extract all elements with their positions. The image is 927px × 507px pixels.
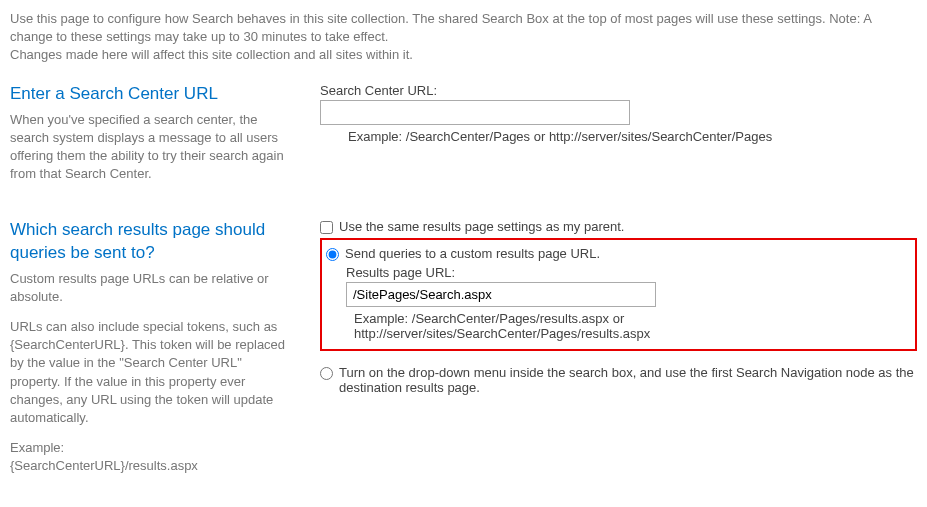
use-parent-row: Use the same results page settings as my… [320, 219, 917, 234]
custom-results-radio[interactable] [326, 248, 339, 261]
section1-right: Search Center URL: Example: /SearchCente… [320, 83, 917, 196]
search-center-url-example: Example: /SearchCenter/Pages or http://s… [348, 129, 917, 144]
dropdown-radio-label: Turn on the drop-down menu inside the se… [339, 365, 917, 395]
dropdown-radio[interactable] [320, 367, 333, 380]
use-parent-checkbox[interactable] [320, 221, 333, 234]
search-center-url-input[interactable] [320, 100, 630, 125]
section1-desc: When you've specified a search center, t… [10, 111, 290, 184]
section2-desc2: URLs can also include special tokens, su… [10, 318, 290, 427]
custom-results-radio-row: Send queries to a custom results page UR… [326, 246, 907, 261]
results-url-label: Results page URL: [346, 265, 907, 280]
intro-line-1: Use this page to configure how Search be… [10, 10, 917, 46]
custom-results-radio-label: Send queries to a custom results page UR… [345, 246, 600, 261]
intro-text: Use this page to configure how Search be… [10, 10, 917, 65]
dropdown-radio-row: Turn on the drop-down menu inside the se… [320, 365, 917, 395]
results-url-input[interactable] [346, 282, 656, 307]
section-search-center: Enter a Search Center URL When you've sp… [10, 83, 917, 196]
section2-right: Use the same results page settings as my… [320, 219, 917, 487]
section2-desc3b: {SearchCenterURL}/results.aspx [10, 458, 198, 473]
results-url-example: Example: /SearchCenter/Pages/results.asp… [354, 311, 907, 341]
search-center-url-label: Search Center URL: [320, 83, 917, 98]
section-results-page: Which search results page should queries… [10, 219, 917, 487]
section2-desc1: Custom results page URLs can be relative… [10, 270, 290, 306]
section2-desc3: Example: {SearchCenterURL}/results.aspx [10, 439, 290, 475]
results-url-block: Results page URL: Example: /SearchCenter… [346, 265, 907, 341]
section1-left: Enter a Search Center URL When you've sp… [10, 83, 320, 196]
custom-results-highlight: Send queries to a custom results page UR… [320, 238, 917, 351]
section2-desc3a: Example: [10, 440, 64, 455]
section2-left: Which search results page should queries… [10, 219, 320, 487]
use-parent-label: Use the same results page settings as my… [339, 219, 624, 234]
section2-heading: Which search results page should queries… [10, 219, 290, 263]
section1-heading: Enter a Search Center URL [10, 83, 290, 105]
intro-line-2: Changes made here will affect this site … [10, 46, 917, 64]
